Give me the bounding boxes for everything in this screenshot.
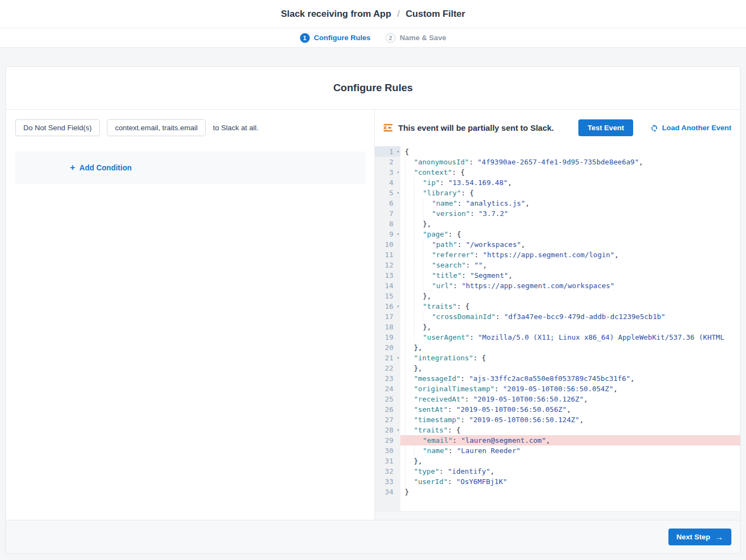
test-event-button[interactable]: Test Event bbox=[578, 119, 633, 136]
code-line: 3▾"context": { bbox=[375, 167, 740, 177]
arrow-right-icon: → bbox=[715, 533, 723, 541]
gutter-line-number: 19 bbox=[375, 332, 400, 342]
code-line: 18}, bbox=[375, 322, 740, 332]
gutter-line-number: 17 bbox=[375, 311, 400, 322]
fold-arrow-icon[interactable]: ▾ bbox=[397, 187, 399, 198]
code-line-highlighted: 29"email": "lauren@segment.com", bbox=[375, 435, 740, 446]
code-line-text: "title": "Segment", bbox=[400, 270, 740, 281]
code-line: 10"path": "/workspaces", bbox=[375, 239, 740, 250]
code-line: 4"ip": "13.54.169.48", bbox=[375, 177, 740, 188]
breadcrumb-secondary: Custom Filter bbox=[406, 9, 466, 20]
gutter-line-number: 31 bbox=[375, 456, 400, 466]
gutter-line-number: 1▾ bbox=[375, 147, 400, 157]
code-line-text: "anonymousId": "4f9390ae-2657-4fe1-9d95-… bbox=[400, 157, 740, 167]
next-step-button[interactable]: Next Step → bbox=[668, 529, 731, 545]
code-line: 25"receivedAt": "2019-05-10T00:56:50.126… bbox=[375, 394, 740, 404]
gutter-line-number: 12 bbox=[375, 260, 400, 270]
code-line-text: "userAgent": "Mozilla/5.0 (X11; Linux x8… bbox=[400, 332, 740, 342]
code-line: 1▾{ bbox=[375, 147, 740, 157]
gutter-line-number: 25 bbox=[375, 394, 400, 404]
gutter-line-number: 30 bbox=[375, 446, 400, 456]
gutter-line-number: 9▾ bbox=[375, 229, 400, 239]
code-line: 23"messageId": "ajs-33ffc2ac0a550e8f0537… bbox=[375, 373, 740, 384]
load-another-event-link[interactable]: Load Another Event bbox=[651, 124, 731, 132]
code-line: 14"url": "https://app.segment.com/worksp… bbox=[375, 281, 740, 291]
code-line: 28▾"traits": { bbox=[375, 425, 740, 435]
event-status-text: This event will be partially sent to Sla… bbox=[398, 123, 554, 132]
gutter-line-number: 4 bbox=[375, 177, 400, 188]
gutter-line-number: 22 bbox=[375, 363, 400, 373]
page-header: Slack receiving from App / Custom Filter bbox=[0, 0, 746, 28]
gutter-line-number: 10 bbox=[375, 239, 400, 250]
code-line-text: "url": "https://app.segment.com/workspac… bbox=[400, 281, 740, 291]
code-line-text: "ip": "13.54.169.48", bbox=[400, 177, 740, 188]
configure-rules-card: Configure Rules Do Not Send Field(s) con… bbox=[5, 66, 741, 520]
step-name-and-save[interactable]: 2 Name & Save bbox=[386, 33, 447, 43]
partial-filter-icon bbox=[384, 124, 393, 132]
plus-icon: + bbox=[70, 163, 75, 172]
code-line: 21▾"integrations": { bbox=[375, 353, 740, 363]
code-line: 22}, bbox=[375, 363, 740, 373]
gutter-line-number: 8 bbox=[375, 219, 400, 229]
gutter-line-number: 28▾ bbox=[375, 425, 400, 435]
fold-arrow-icon[interactable]: ▾ bbox=[397, 146, 399, 156]
stepper: 1 Configure Rules 2 Name & Save bbox=[0, 28, 746, 48]
gutter-line-number: 11 bbox=[375, 250, 400, 260]
code-line: 2"anonymousId": "4f9390ae-2657-4fe1-9d95… bbox=[375, 157, 740, 167]
fold-arrow-icon[interactable]: ▾ bbox=[397, 228, 399, 239]
fold-arrow-icon[interactable]: ▾ bbox=[397, 352, 399, 362]
gutter-line-number: 7 bbox=[375, 208, 400, 219]
load-another-event-label: Load Another Event bbox=[662, 124, 731, 132]
event-preview-panel: This event will be partially sent to Sla… bbox=[374, 110, 740, 520]
rule-fields-chip[interactable]: context.email, traits.email bbox=[107, 119, 206, 136]
code-line-text: "search": "", bbox=[400, 260, 740, 270]
code-line: 31}, bbox=[375, 456, 740, 466]
code-line: 34} bbox=[375, 487, 740, 497]
gutter-line-number: 3▾ bbox=[375, 167, 400, 177]
code-line: 19"userAgent": "Mozilla/5.0 (X11; Linux … bbox=[375, 332, 740, 342]
breadcrumb-primary: Slack receiving from App bbox=[281, 9, 391, 20]
gutter-line-number: 15 bbox=[375, 291, 400, 301]
code-line: 20}, bbox=[375, 342, 740, 353]
add-condition-button[interactable]: + Add Condition bbox=[15, 151, 365, 184]
gutter-line-number: 20 bbox=[375, 342, 400, 353]
code-line: 6"name": "analytics.js", bbox=[375, 198, 740, 208]
code-line-text: }, bbox=[400, 456, 740, 466]
code-line: 15}, bbox=[375, 291, 740, 301]
code-line-text: "email": "lauren@segment.com", bbox=[400, 435, 740, 446]
code-line-text: "userId": "OsY6MFBj1K" bbox=[400, 476, 740, 487]
gutter-line-number: 14 bbox=[375, 281, 400, 291]
code-line-text: "originalTimestamp": "2019-05-10T00:56:5… bbox=[400, 384, 740, 394]
step-configure-rules[interactable]: 1 Configure Rules bbox=[300, 33, 371, 43]
code-line: 26"sentAt": "2019-05-10T00:56:50.056Z", bbox=[375, 404, 740, 415]
card-title: Configure Rules bbox=[6, 67, 740, 110]
code-line-text: "referrer": "https://app.segment.com/log… bbox=[400, 250, 740, 260]
fold-arrow-icon[interactable]: ▾ bbox=[397, 301, 399, 311]
code-line: 11"referrer": "https://app.segment.com/l… bbox=[375, 250, 740, 260]
code-line-text: } bbox=[400, 487, 740, 497]
code-line: 30"name": "Lauren Reeder" bbox=[375, 446, 740, 456]
code-editor[interactable]: 1▾{2"anonymousId": "4f9390ae-2657-4fe1-9… bbox=[375, 146, 740, 520]
breadcrumb: Slack receiving from App / Custom Filter bbox=[281, 9, 466, 20]
rule-row: Do Not Send Field(s) context.email, trai… bbox=[15, 119, 374, 136]
gutter-line-number: 32 bbox=[375, 466, 400, 476]
code-line-text: "integrations": { bbox=[400, 353, 740, 363]
rule-suffix-text: to Slack at all. bbox=[213, 124, 258, 132]
code-line-text: "receivedAt": "2019-05-10T00:56:50.126Z"… bbox=[400, 394, 740, 404]
code-line-text: "type": "identify", bbox=[400, 466, 740, 476]
fold-arrow-icon[interactable]: ▾ bbox=[397, 167, 399, 177]
fold-arrow-icon[interactable]: ▾ bbox=[397, 424, 399, 435]
gutter-line-number: 18 bbox=[375, 322, 400, 332]
code-line: 24"originalTimestamp": "2019-05-10T00:56… bbox=[375, 384, 740, 394]
event-header: This event will be partially sent to Sla… bbox=[375, 110, 740, 146]
code-line: 16▾"traits": { bbox=[375, 301, 740, 311]
rule-action-chip[interactable]: Do Not Send Field(s) bbox=[15, 119, 100, 136]
code-line: 27"timestamp": "2019-05-10T00:56:50.124Z… bbox=[375, 415, 740, 425]
code-line: 17"crossDomainId": "df3a47ee-bcc9-479d-a… bbox=[375, 311, 740, 322]
gutter-line-number: 23 bbox=[375, 373, 400, 384]
step-1-label: Configure Rules bbox=[314, 34, 371, 42]
card-body: Do Not Send Field(s) context.email, trai… bbox=[6, 110, 740, 520]
editor-hscrollbar[interactable] bbox=[375, 511, 740, 520]
gutter-line-number: 21▾ bbox=[375, 353, 400, 363]
gutter-line-number: 13 bbox=[375, 270, 400, 281]
